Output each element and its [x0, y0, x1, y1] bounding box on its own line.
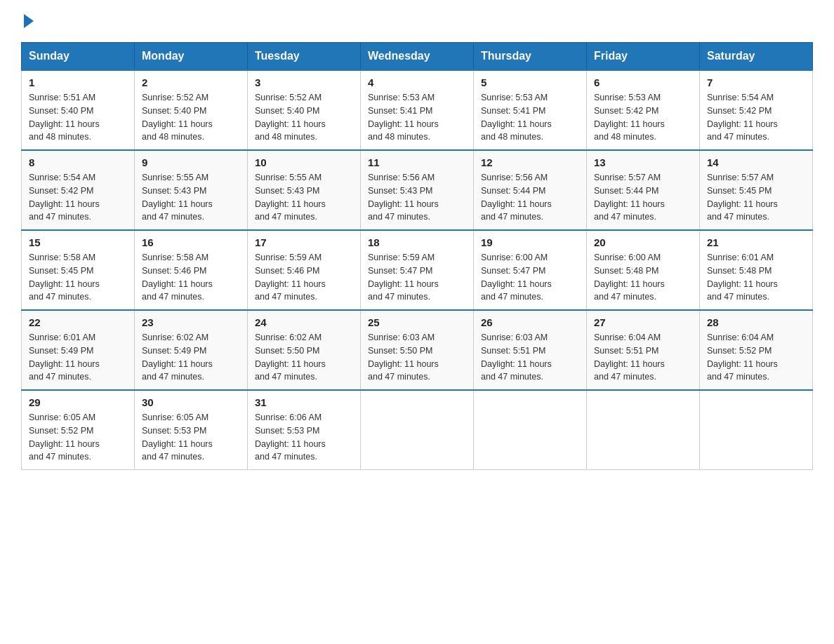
day-number: 12: [481, 156, 579, 168]
day-info: Sunrise: 5:59 AM Sunset: 5:46 PM Dayligh…: [255, 251, 353, 304]
table-row: 14 Sunrise: 5:57 AM Sunset: 5:45 PM Dayl…: [700, 150, 813, 230]
day-info: Sunrise: 5:51 AM Sunset: 5:40 PM Dayligh…: [29, 91, 127, 144]
day-number: 13: [594, 156, 692, 168]
day-number: 19: [481, 236, 579, 248]
day-info: Sunrise: 5:58 AM Sunset: 5:46 PM Dayligh…: [142, 251, 240, 304]
table-row: 10 Sunrise: 5:55 AM Sunset: 5:43 PM Dayl…: [248, 150, 361, 230]
table-row: 6 Sunrise: 5:53 AM Sunset: 5:42 PM Dayli…: [587, 70, 700, 150]
table-row: 15 Sunrise: 5:58 AM Sunset: 5:45 PM Dayl…: [22, 230, 135, 310]
day-number: 23: [142, 316, 240, 328]
table-row: 3 Sunrise: 5:52 AM Sunset: 5:40 PM Dayli…: [248, 70, 361, 150]
day-info: Sunrise: 5:57 AM Sunset: 5:44 PM Dayligh…: [594, 171, 692, 224]
day-info: Sunrise: 6:02 AM Sunset: 5:50 PM Dayligh…: [255, 331, 353, 384]
table-row: 8 Sunrise: 5:54 AM Sunset: 5:42 PM Dayli…: [22, 150, 135, 230]
table-row: 17 Sunrise: 5:59 AM Sunset: 5:46 PM Dayl…: [248, 230, 361, 310]
day-number: 24: [255, 316, 353, 328]
day-number: 29: [29, 396, 127, 408]
day-number: 11: [368, 156, 466, 168]
table-row: 18 Sunrise: 5:59 AM Sunset: 5:47 PM Dayl…: [361, 230, 474, 310]
table-row: 9 Sunrise: 5:55 AM Sunset: 5:43 PM Dayli…: [135, 150, 248, 230]
day-number: 9: [142, 156, 240, 168]
day-info: Sunrise: 5:52 AM Sunset: 5:40 PM Dayligh…: [255, 91, 353, 144]
table-row: 31 Sunrise: 6:06 AM Sunset: 5:53 PM Dayl…: [248, 390, 361, 470]
day-number: 28: [707, 316, 805, 328]
table-row: 30 Sunrise: 6:05 AM Sunset: 5:53 PM Dayl…: [135, 390, 248, 470]
table-row: 23 Sunrise: 6:02 AM Sunset: 5:49 PM Dayl…: [135, 310, 248, 390]
day-info: Sunrise: 5:55 AM Sunset: 5:43 PM Dayligh…: [255, 171, 353, 224]
day-info: Sunrise: 6:06 AM Sunset: 5:53 PM Dayligh…: [255, 411, 353, 464]
day-number: 31: [255, 396, 353, 408]
table-row: 20 Sunrise: 6:00 AM Sunset: 5:48 PM Dayl…: [587, 230, 700, 310]
day-number: 4: [368, 76, 466, 88]
day-info: Sunrise: 5:59 AM Sunset: 5:47 PM Dayligh…: [368, 251, 466, 304]
table-row: 26 Sunrise: 6:03 AM Sunset: 5:51 PM Dayl…: [474, 310, 587, 390]
table-row: [587, 390, 700, 470]
day-number: 7: [707, 76, 805, 88]
day-number: 22: [29, 316, 127, 328]
day-number: 5: [481, 76, 579, 88]
day-info: Sunrise: 6:05 AM Sunset: 5:53 PM Dayligh…: [142, 411, 240, 464]
table-row: [700, 390, 813, 470]
table-row: 4 Sunrise: 5:53 AM Sunset: 5:41 PM Dayli…: [361, 70, 474, 150]
day-info: Sunrise: 5:52 AM Sunset: 5:40 PM Dayligh…: [142, 91, 240, 144]
table-row: 29 Sunrise: 6:05 AM Sunset: 5:52 PM Dayl…: [22, 390, 135, 470]
day-number: 26: [481, 316, 579, 328]
table-row: 24 Sunrise: 6:02 AM Sunset: 5:50 PM Dayl…: [248, 310, 361, 390]
day-info: Sunrise: 6:02 AM Sunset: 5:49 PM Dayligh…: [142, 331, 240, 384]
table-row: 16 Sunrise: 5:58 AM Sunset: 5:46 PM Dayl…: [135, 230, 248, 310]
day-number: 8: [29, 156, 127, 168]
logo: [21, 14, 34, 29]
table-row: 11 Sunrise: 5:56 AM Sunset: 5:43 PM Dayl…: [361, 150, 474, 230]
day-info: Sunrise: 5:54 AM Sunset: 5:42 PM Dayligh…: [707, 91, 805, 144]
day-number: 20: [594, 236, 692, 248]
calendar-week-row: 22 Sunrise: 6:01 AM Sunset: 5:49 PM Dayl…: [22, 310, 813, 390]
day-number: 1: [29, 76, 127, 88]
day-info: Sunrise: 6:01 AM Sunset: 5:49 PM Dayligh…: [29, 331, 127, 384]
day-number: 18: [368, 236, 466, 248]
day-info: Sunrise: 5:56 AM Sunset: 5:44 PM Dayligh…: [481, 171, 579, 224]
table-row: 22 Sunrise: 6:01 AM Sunset: 5:49 PM Dayl…: [22, 310, 135, 390]
day-number: 30: [142, 396, 240, 408]
day-info: Sunrise: 5:56 AM Sunset: 5:43 PM Dayligh…: [368, 171, 466, 224]
day-number: 15: [29, 236, 127, 248]
day-info: Sunrise: 6:03 AM Sunset: 5:50 PM Dayligh…: [368, 331, 466, 384]
calendar-week-row: 15 Sunrise: 5:58 AM Sunset: 5:45 PM Dayl…: [22, 230, 813, 310]
col-tuesday: Tuesday: [248, 43, 361, 71]
page-header: [21, 14, 813, 29]
day-info: Sunrise: 5:58 AM Sunset: 5:45 PM Dayligh…: [29, 251, 127, 304]
day-number: 25: [368, 316, 466, 328]
col-wednesday: Wednesday: [361, 43, 474, 71]
day-number: 6: [594, 76, 692, 88]
day-info: Sunrise: 5:55 AM Sunset: 5:43 PM Dayligh…: [142, 171, 240, 224]
table-row: 13 Sunrise: 5:57 AM Sunset: 5:44 PM Dayl…: [587, 150, 700, 230]
table-row: 19 Sunrise: 6:00 AM Sunset: 5:47 PM Dayl…: [474, 230, 587, 310]
day-number: 3: [255, 76, 353, 88]
col-monday: Monday: [135, 43, 248, 71]
col-friday: Friday: [587, 43, 700, 71]
day-info: Sunrise: 5:53 AM Sunset: 5:41 PM Dayligh…: [481, 91, 579, 144]
calendar-week-row: 1 Sunrise: 5:51 AM Sunset: 5:40 PM Dayli…: [22, 70, 813, 150]
calendar-week-row: 8 Sunrise: 5:54 AM Sunset: 5:42 PM Dayli…: [22, 150, 813, 230]
day-info: Sunrise: 6:00 AM Sunset: 5:48 PM Dayligh…: [594, 251, 692, 304]
table-row: 21 Sunrise: 6:01 AM Sunset: 5:48 PM Dayl…: [700, 230, 813, 310]
day-info: Sunrise: 5:54 AM Sunset: 5:42 PM Dayligh…: [29, 171, 127, 224]
day-info: Sunrise: 6:03 AM Sunset: 5:51 PM Dayligh…: [481, 331, 579, 384]
day-info: Sunrise: 6:05 AM Sunset: 5:52 PM Dayligh…: [29, 411, 127, 464]
table-row: 2 Sunrise: 5:52 AM Sunset: 5:40 PM Dayli…: [135, 70, 248, 150]
col-thursday: Thursday: [474, 43, 587, 71]
day-number: 16: [142, 236, 240, 248]
table-row: 1 Sunrise: 5:51 AM Sunset: 5:40 PM Dayli…: [22, 70, 135, 150]
day-info: Sunrise: 5:53 AM Sunset: 5:41 PM Dayligh…: [368, 91, 466, 144]
table-row: [474, 390, 587, 470]
table-row: 27 Sunrise: 6:04 AM Sunset: 5:51 PM Dayl…: [587, 310, 700, 390]
day-number: 14: [707, 156, 805, 168]
day-info: Sunrise: 6:04 AM Sunset: 5:52 PM Dayligh…: [707, 331, 805, 384]
table-row: 12 Sunrise: 5:56 AM Sunset: 5:44 PM Dayl…: [474, 150, 587, 230]
day-number: 17: [255, 236, 353, 248]
day-number: 27: [594, 316, 692, 328]
day-number: 21: [707, 236, 805, 248]
table-row: 7 Sunrise: 5:54 AM Sunset: 5:42 PM Dayli…: [700, 70, 813, 150]
table-row: 28 Sunrise: 6:04 AM Sunset: 5:52 PM Dayl…: [700, 310, 813, 390]
calendar-header-row: Sunday Monday Tuesday Wednesday Thursday…: [22, 43, 813, 71]
day-number: 2: [142, 76, 240, 88]
